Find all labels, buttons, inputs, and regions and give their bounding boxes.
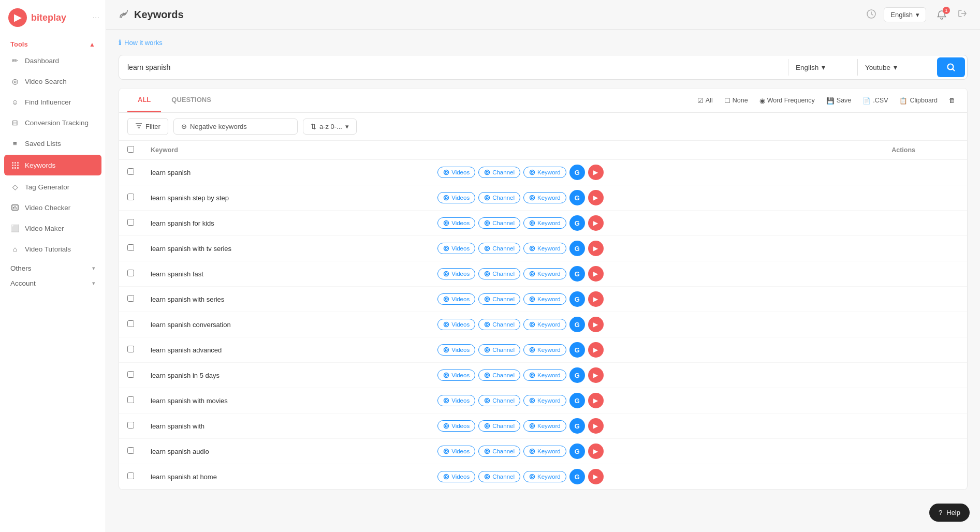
videos-button[interactable]: Videos [437, 471, 475, 482]
row-checkbox[interactable] [127, 371, 134, 378]
how-it-works-link[interactable]: ℹ How it works [119, 38, 968, 47]
sidebar-item-dashboard[interactable]: ✏ Dashboard [0, 50, 106, 71]
sidebar-item-video-maker[interactable]: ⬜ Video Maker [0, 218, 106, 239]
google-search-button[interactable]: G [569, 342, 585, 358]
keyword-button[interactable]: Keyword [523, 395, 566, 406]
channel-button[interactable]: Channel [478, 446, 520, 457]
row-checkbox[interactable] [127, 168, 134, 175]
keyword-button[interactable]: Keyword [523, 243, 566, 254]
videos-button[interactable]: Videos [437, 192, 475, 203]
negative-keywords-button[interactable]: ⊖ Negative keywords [173, 119, 298, 135]
youtube-button[interactable]: ▶ [588, 190, 604, 205]
keyword-button[interactable]: Keyword [523, 192, 566, 203]
sidebar-item-video-checker[interactable]: Video Checker [0, 197, 106, 218]
others-group[interactable]: Others ▾ [0, 259, 106, 274]
row-checkbox[interactable] [127, 422, 134, 428]
videos-button[interactable]: Videos [437, 293, 475, 305]
google-search-button[interactable]: G [569, 190, 585, 205]
channel-button[interactable]: Channel [478, 192, 520, 203]
google-search-button[interactable]: G [569, 418, 585, 434]
csv-action[interactable]: 📄 .CSV [859, 95, 891, 107]
row-checkbox[interactable] [127, 346, 134, 352]
sidebar-item-video-tutorials[interactable]: ⌂ Video Tutorials [0, 239, 106, 259]
google-search-button[interactable]: G [569, 393, 585, 408]
sidebar-item-tag-generator[interactable]: ◇ Tag Generator [0, 176, 106, 197]
select-all-checkbox[interactable] [127, 146, 134, 153]
row-checkbox[interactable] [127, 447, 134, 454]
youtube-button[interactable]: ▶ [588, 367, 604, 383]
youtube-button[interactable]: ▶ [588, 266, 604, 282]
keyword-button[interactable]: Keyword [523, 293, 566, 305]
channel-button[interactable]: Channel [478, 319, 520, 330]
youtube-button[interactable]: ▶ [588, 291, 604, 307]
sidebar-item-video-search[interactable]: ◎ Video Search [0, 71, 106, 92]
help-button[interactable]: ? Help [929, 504, 970, 522]
word-frequency-action[interactable]: ◉ Word Frequency [756, 95, 818, 107]
keyword-button[interactable]: Keyword [523, 420, 566, 432]
youtube-button[interactable]: ▶ [588, 241, 604, 256]
logout-button[interactable] [957, 8, 968, 21]
sort-button[interactable]: ⇅ a-z 0-... ▾ [303, 119, 357, 135]
youtube-button[interactable]: ▶ [588, 342, 604, 358]
row-checkbox[interactable] [127, 244, 134, 251]
sidebar-item-saved-lists[interactable]: ≡ Saved Lists [0, 133, 106, 154]
channel-button[interactable]: Channel [478, 217, 520, 229]
keyword-search-input[interactable] [121, 59, 786, 76]
notification-button[interactable]: 1 [933, 7, 950, 23]
videos-button[interactable]: Videos [437, 167, 475, 178]
keyword-button[interactable]: Keyword [523, 370, 566, 381]
channel-button[interactable]: Channel [478, 344, 520, 356]
videos-button[interactable]: Videos [437, 319, 475, 330]
keyword-button[interactable]: Keyword [523, 319, 566, 330]
sidebar-item-conversion-tracking[interactable]: ⊟ Conversion Tracking [0, 112, 106, 133]
language-selector[interactable]: English ▾ [884, 7, 926, 22]
select-all-action[interactable]: ☑ All [694, 95, 716, 107]
row-checkbox[interactable] [127, 320, 134, 327]
keyword-button[interactable]: Keyword [523, 167, 566, 178]
google-search-button[interactable]: G [569, 367, 585, 383]
row-checkbox[interactable] [127, 396, 134, 403]
videos-button[interactable]: Videos [437, 395, 475, 406]
channel-button[interactable]: Channel [478, 243, 520, 254]
videos-button[interactable]: Videos [437, 243, 475, 254]
channel-button[interactable]: Channel [478, 370, 520, 381]
google-search-button[interactable]: G [569, 444, 585, 459]
videos-button[interactable]: Videos [437, 370, 475, 381]
youtube-button[interactable]: ▶ [588, 165, 604, 180]
select-none-action[interactable]: ☐ None [721, 95, 751, 107]
row-checkbox[interactable] [127, 295, 134, 302]
channel-button[interactable]: Channel [478, 293, 520, 305]
tab-questions[interactable]: QUESTIONS [161, 88, 222, 112]
filter-button[interactable]: Filter [127, 118, 168, 135]
tab-all[interactable]: ALL [127, 88, 161, 112]
tools-section[interactable]: Tools ▲ [0, 35, 106, 50]
sidebar-menu-dots[interactable]: ··· [93, 13, 99, 22]
youtube-button[interactable]: ▶ [588, 393, 604, 408]
videos-button[interactable]: Videos [437, 344, 475, 356]
videos-button[interactable]: Videos [437, 446, 475, 457]
google-search-button[interactable]: G [569, 291, 585, 307]
google-search-button[interactable]: G [569, 241, 585, 256]
language-dropdown[interactable]: English ▾ [788, 59, 855, 76]
sidebar-item-find-influencer[interactable]: ☺ Find Influencer [0, 92, 106, 112]
keyword-button[interactable]: Keyword [523, 268, 566, 279]
google-search-button[interactable]: G [569, 469, 585, 484]
channel-button[interactable]: Channel [478, 471, 520, 482]
google-search-button[interactable]: G [569, 215, 585, 231]
youtube-button[interactable]: ▶ [588, 469, 604, 484]
channel-button[interactable]: Channel [478, 420, 520, 432]
videos-button[interactable]: Videos [437, 217, 475, 229]
delete-action[interactable]: 🗑 [946, 95, 959, 106]
youtube-button[interactable]: ▶ [588, 215, 604, 231]
row-checkbox[interactable] [127, 194, 134, 200]
platform-dropdown[interactable]: Youtube ▾ [857, 59, 935, 76]
clipboard-action[interactable]: 📋 Clipboard [896, 95, 941, 107]
keyword-button[interactable]: Keyword [523, 446, 566, 457]
youtube-button[interactable]: ▶ [588, 444, 604, 459]
google-search-button[interactable]: G [569, 165, 585, 180]
row-checkbox[interactable] [127, 472, 134, 479]
account-group[interactable]: Account ▾ [0, 274, 106, 289]
videos-button[interactable]: Videos [437, 420, 475, 432]
channel-button[interactable]: Channel [478, 268, 520, 279]
keyword-button[interactable]: Keyword [523, 217, 566, 229]
